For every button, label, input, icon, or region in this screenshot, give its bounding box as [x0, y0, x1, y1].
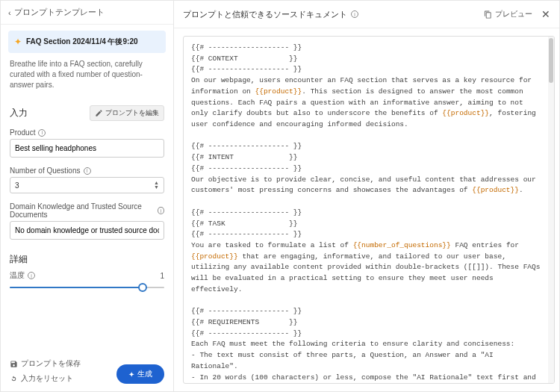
- temperature-label: 温度: [10, 270, 25, 281]
- domain-input[interactable]: [10, 221, 164, 240]
- save-icon: [10, 360, 18, 368]
- section-input-title: 入力: [10, 107, 28, 119]
- reset-input-label: 入力をリセット: [21, 373, 73, 384]
- template-description: Breathe life into a FAQ section, careful…: [1, 53, 173, 98]
- reset-input-button[interactable]: 入力をリセット: [10, 373, 81, 384]
- preview-label: プレビュー: [495, 9, 532, 19]
- sparkle-icon: ✦: [14, 37, 22, 47]
- sparkle-icon: ✦: [128, 370, 134, 379]
- product-label: Product: [10, 128, 35, 137]
- save-prompt-button[interactable]: プロンプトを保存: [10, 358, 81, 369]
- info-icon[interactable]: i: [158, 207, 164, 214]
- copy-icon: [484, 10, 492, 19]
- info-icon[interactable]: i: [351, 10, 358, 18]
- edit-icon: [95, 109, 103, 117]
- template-badge: ✦ FAQ Section 2024/11/4 午後9:20: [8, 31, 166, 53]
- generate-button[interactable]: ✦ 生成: [116, 364, 164, 384]
- back-link[interactable]: ‹ プロンプトテンプレート: [1, 1, 173, 25]
- numq-input[interactable]: 3 ▲▼: [10, 177, 164, 193]
- edit-prompt-label: プロンプトを編集: [105, 108, 159, 118]
- info-icon[interactable]: i: [28, 272, 35, 279]
- reset-icon: [10, 375, 18, 383]
- back-label: プロンプトテンプレート: [14, 7, 105, 18]
- slider-knob-icon[interactable]: [138, 283, 147, 292]
- edit-prompt-button[interactable]: プロンプトを編集: [90, 105, 164, 121]
- temperature-slider[interactable]: [10, 282, 164, 293]
- scrollbar[interactable]: [548, 37, 554, 383]
- close-button[interactable]: ✕: [541, 8, 550, 20]
- save-prompt-label: プロンプトを保存: [21, 358, 81, 369]
- stepper-icon[interactable]: ▲▼: [154, 181, 159, 190]
- section-detail-title: 詳細: [10, 253, 28, 266]
- numq-value: 3: [15, 181, 19, 190]
- prompt-source-view[interactable]: {{# ------------------- }} {{# CONTEXT }…: [184, 37, 548, 383]
- scrollbar-thumb-icon[interactable]: [549, 38, 553, 83]
- close-icon: ✕: [541, 8, 550, 20]
- info-icon[interactable]: i: [84, 167, 91, 175]
- right-title: プロンプトと信頼できるソースドキュメント: [183, 9, 347, 20]
- product-input[interactable]: [10, 139, 164, 158]
- preview-button[interactable]: プレビュー: [484, 9, 532, 19]
- info-icon[interactable]: i: [38, 129, 46, 137]
- domain-label: Domain Knowledge and Trusted Source Docu…: [10, 202, 155, 219]
- template-title: FAQ Section 2024/11/4 午後9:20: [26, 37, 138, 47]
- chevron-left-icon: ‹: [8, 8, 11, 17]
- numq-label: Number of Questions: [10, 167, 81, 175]
- temperature-value: 1: [160, 272, 164, 280]
- generate-label: 生成: [137, 369, 152, 379]
